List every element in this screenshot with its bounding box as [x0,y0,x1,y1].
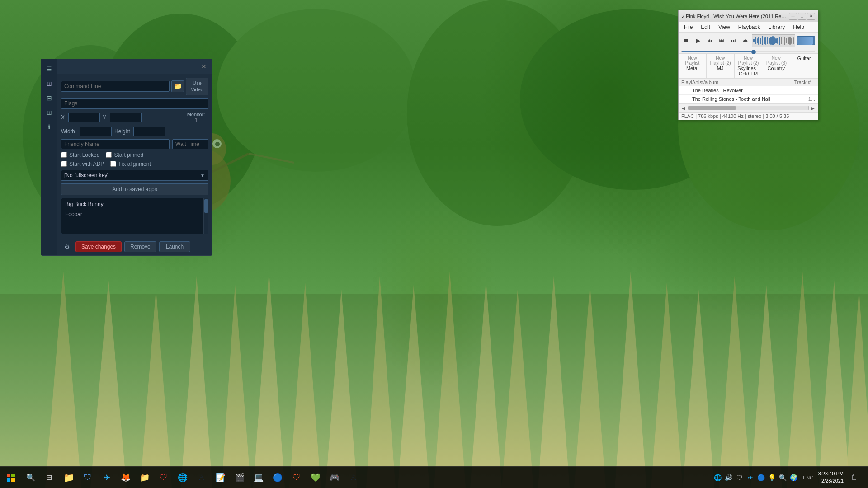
taskbar-icon-edge[interactable]: 🌐 [174,469,192,487]
track-row-beatles[interactable]: The Beatles - Revolver [679,86,818,95]
playlist-tab-metal[interactable]: New Playlist Metal [679,54,707,78]
scroll-left-arrow[interactable]: ◀ [680,105,687,111]
taskbar-icon-word[interactable]: 📝 [212,469,230,487]
player-menu-library[interactable]: Library [765,23,789,31]
track-list-scrollbar[interactable] [811,80,815,85]
svg-rect-40 [7,478,10,482]
taskbar-icon-telegram[interactable]: ✈ [98,469,116,487]
playlist-tab-skylines[interactable]: New Playlist (2) Skylines - Gold FM [735,54,763,78]
player-menu-file[interactable]: File [680,23,696,31]
taskbar-icon-steam[interactable]: ♨ [193,469,211,487]
taskbar-icon-shield2[interactable]: 🛡 [155,469,173,487]
notifications-button[interactable]: 🗒 [846,469,863,486]
taskbar-icon-steam2[interactable]: ♨ [344,469,363,487]
taskbar-icon-file-explorer[interactable]: 📁 [60,469,78,487]
tray-network-icon[interactable]: 🌐 [713,473,722,482]
taskbar-icon-ps[interactable]: 🔵 [269,469,287,487]
sidebar-settings-btn[interactable]: ⊞ [42,106,56,119]
apps-list-scrollbar[interactable] [203,198,208,234]
waveform-bar[interactable] [752,34,795,47]
progress-track[interactable] [681,51,815,52]
add-saved-apps-button[interactable]: Add to saved apps [61,183,208,195]
tray-vpn-icon[interactable]: 🔵 [757,473,766,482]
language-indicator[interactable]: ENG [801,475,816,480]
tray-bulb-icon[interactable]: 💡 [768,473,777,482]
progress-container[interactable] [752,34,795,47]
tray-msg-icon[interactable]: ✈ [746,473,755,482]
taskbar-icon-video[interactable]: 🎬 [231,469,249,487]
width-input[interactable] [80,127,112,136]
track-row-rolling-stones[interactable]: The Rolling Stones - Tooth and Nail 1... [679,95,818,103]
tray-search-icon[interactable]: 🔍 [778,473,788,482]
height-input[interactable] [133,127,165,136]
fullscreen-key-select[interactable]: [No fullscreen key] [61,170,208,181]
playlist-tab-guitar[interactable]: Guitar [790,54,818,78]
start-adp-checkbox[interactable]: Start with ADP [61,161,104,167]
player-maximize-btn[interactable]: □ [798,13,806,20]
sidebar-menu-btn[interactable]: ☰ [42,63,56,75]
taskbar-clock[interactable]: 8:28:40 PM 2/28/2021 [818,470,844,484]
sidebar-display-btn[interactable]: ⊟ [42,92,56,104]
tray-sound-icon[interactable]: 🔊 [724,473,733,482]
prev-track-button[interactable]: ⏮ [717,36,726,45]
sidebar-info-btn[interactable]: ℹ [42,121,56,133]
stop-button[interactable]: ⏹ [681,36,691,45]
taskbar-icon-firefox[interactable]: 🦊 [117,469,135,487]
player-menu-view[interactable]: View [715,23,734,31]
app-item-big-buck-bunny[interactable]: Big Buck Bunny [61,199,208,209]
player-menu-playback[interactable]: Playback [735,23,764,31]
app-item-foobar[interactable]: Foobar [61,209,208,219]
player-close-btn[interactable]: ✕ [807,13,815,20]
launch-button[interactable]: Launch [159,241,190,252]
sidebar-apps-btn[interactable]: ⊞ [42,77,56,90]
start-pinned-checkbox[interactable]: Start pinned [106,152,143,158]
wave-seg [788,37,789,44]
y-input[interactable] [110,113,142,122]
browse-button[interactable]: 📁 [171,80,184,92]
start-button[interactable] [0,467,22,488]
command-line-input[interactable] [61,81,170,92]
taskbar-icon-shield[interactable]: 🛡 [79,469,97,487]
playlist-tab-country[interactable]: New Playlist (3) Country [762,54,790,78]
scroll-right-arrow[interactable]: ▶ [810,105,816,111]
flags-input[interactable] [61,98,208,109]
horizontal-scrollbar[interactable] [688,106,809,110]
taskbar-icon-folder[interactable]: 📁 [136,469,154,487]
panel-sidebar: ☰ ⊞ ⊟ ⊞ ℹ [41,59,57,255]
x-input[interactable] [68,113,100,122]
next-button[interactable]: ⏭ [728,36,738,45]
taskbar-taskview-btn[interactable]: ⊟ [40,469,58,487]
wait-time-input[interactable] [172,139,208,149]
volume-control[interactable] [797,36,815,45]
settings-icon-button[interactable]: ⚙ [61,241,73,253]
wave-seg [764,37,765,44]
use-video-button[interactable]: Use Video [186,78,208,95]
y-label: Y [103,114,108,121]
taskbar-icon-game[interactable]: 🎮 [326,469,344,487]
panel-close-btn[interactable]: ✕ [199,62,208,71]
extra-button[interactable]: ⏏ [740,36,750,45]
tray-shield-icon[interactable]: 🛡 [735,473,744,482]
playlist-tab-mj[interactable]: New Playlist (2) MJ [707,54,735,78]
play-button[interactable]: ▶ [693,36,703,45]
start-adp-input[interactable] [61,161,67,167]
remove-button[interactable]: Remove [124,241,156,252]
player-minimize-btn[interactable]: ─ [789,13,797,20]
fix-alignment-checkbox[interactable]: Fix alignment [110,161,151,167]
start-locked-checkbox[interactable]: Start Locked [61,152,99,158]
taskbar-search-btn[interactable]: 🔍 [22,469,40,487]
taskbar-icon-terminal[interactable]: 💻 [250,469,268,487]
tray-earth-icon[interactable]: 🌍 [789,473,798,482]
save-changes-button[interactable]: Save changes [75,241,122,252]
friendly-name-input[interactable] [61,139,170,149]
fix-alignment-input[interactable] [110,161,116,167]
svg-rect-38 [7,474,10,477]
prev-button[interactable]: ⏮ [705,36,715,45]
taskbar-icon-proton[interactable]: 🛡 [288,469,306,487]
player-menu-edit[interactable]: Edit [697,23,714,31]
start-adp-label: Start with ADP [69,161,104,167]
player-menu-help[interactable]: Help [789,23,808,31]
start-pinned-input[interactable] [106,152,112,158]
start-locked-input[interactable] [61,152,67,158]
taskbar-icon-green[interactable]: 💚 [307,469,325,487]
